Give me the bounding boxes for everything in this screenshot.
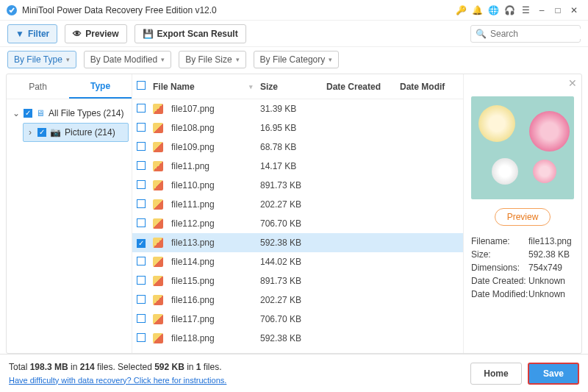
- meta-value: 592.38 KB: [528, 249, 570, 260]
- row-checkbox[interactable]: [137, 314, 146, 323]
- bell-icon[interactable]: 🔔: [469, 2, 485, 18]
- col-date-created[interactable]: Date Created: [326, 82, 400, 92]
- table-row[interactable]: ✓file113.png592.38 KB: [132, 233, 463, 252]
- file-size: 891.73 KB: [260, 180, 326, 190]
- file-name: file115.png: [171, 276, 215, 286]
- file-name: file112.png: [171, 218, 215, 229]
- row-checkbox[interactable]: [137, 276, 146, 285]
- export-button[interactable]: 💾Export Scan Result: [135, 24, 246, 43]
- tree-root[interactable]: ⌄ ✓ 🖥 All File Types (214): [10, 104, 129, 123]
- table-row[interactable]: file118.png592.38 KB: [132, 329, 463, 348]
- col-size[interactable]: Size: [260, 82, 326, 92]
- file-name: file116.png: [171, 295, 215, 305]
- row-checkbox[interactable]: [137, 199, 146, 208]
- row-checkbox[interactable]: [137, 104, 146, 113]
- toolbar: ▼Filter 👁Preview 💾Export Scan Result 🔍: [0, 21, 588, 47]
- monitor-icon: 🖥: [36, 108, 45, 118]
- filter-category[interactable]: By File Category▾: [254, 51, 340, 68]
- search-input[interactable]: [490, 29, 588, 39]
- preview-open-button[interactable]: Preview: [495, 208, 551, 226]
- row-checkbox[interactable]: [137, 257, 146, 266]
- filter-size[interactable]: By File Size▾: [179, 51, 245, 68]
- menu-icon[interactable]: ☰: [517, 2, 534, 18]
- table-row[interactable]: file114.png144.02 KB: [132, 252, 463, 271]
- file-icon: [153, 295, 163, 305]
- file-rows[interactable]: file107.png31.39 KBfile108.png16.95 KBfi…: [132, 99, 463, 353]
- sidebar: Path Type ⌄ ✓ 🖥 All File Types (214) › ✓…: [7, 74, 132, 353]
- table-row[interactable]: file107.png31.39 KB: [132, 99, 463, 118]
- minimize-icon[interactable]: –: [534, 2, 550, 18]
- meta-value: Unknown: [528, 289, 565, 299]
- filter-date[interactable]: By Date Modified▾: [84, 51, 171, 68]
- row-checkbox[interactable]: [137, 161, 146, 170]
- table-row[interactable]: file112.png706.70 KB: [132, 214, 463, 233]
- select-all-checkbox[interactable]: [137, 81, 146, 90]
- help-link[interactable]: Have difficulty with data recovery? Clic…: [9, 376, 226, 385]
- preview-button[interactable]: 👁Preview: [65, 24, 126, 43]
- search-box[interactable]: 🔍: [470, 25, 581, 43]
- row-checkbox[interactable]: [137, 180, 146, 189]
- globe-icon[interactable]: 🌐: [485, 2, 501, 18]
- save-button[interactable]: Save: [528, 363, 579, 385]
- row-checkbox[interactable]: [137, 295, 146, 304]
- home-button[interactable]: Home: [470, 363, 522, 385]
- headset-icon[interactable]: 🎧: [501, 2, 517, 18]
- row-checkbox[interactable]: ✓: [137, 239, 146, 248]
- close-preview-icon[interactable]: ✕: [568, 77, 577, 89]
- file-name: file107.png: [171, 104, 215, 114]
- table-row[interactable]: file111.png202.27 KB: [132, 195, 463, 214]
- file-size: 68.78 KB: [260, 142, 326, 152]
- search-icon: 🔍: [476, 29, 487, 39]
- table-row[interactable]: file117.png706.70 KB: [132, 310, 463, 329]
- picture-icon: 📷: [50, 127, 61, 138]
- meta-key: Date Modified:: [471, 289, 528, 299]
- maximize-icon[interactable]: □: [550, 2, 566, 18]
- table-row[interactable]: file110.png891.73 KB: [132, 176, 463, 195]
- table-row[interactable]: file115.png891.73 KB: [132, 271, 463, 291]
- chevron-down-icon: ▾: [66, 56, 70, 63]
- file-size: 706.70 KB: [260, 218, 326, 229]
- file-name: file113.png: [171, 238, 215, 248]
- funnel-icon: ▼: [15, 29, 24, 39]
- table-row[interactable]: file11.png14.17 KB: [132, 157, 463, 176]
- filter-button[interactable]: ▼Filter: [7, 24, 57, 43]
- file-name: file117.png: [171, 314, 215, 324]
- file-icon: [153, 276, 163, 286]
- file-name: file118.png: [171, 333, 215, 343]
- table-row[interactable]: file116.png202.27 KB: [132, 291, 463, 310]
- file-name: file109.png: [171, 142, 215, 152]
- file-size: 31.39 KB: [260, 104, 326, 114]
- file-icon: [153, 314, 163, 324]
- row-checkbox[interactable]: [137, 123, 146, 132]
- key-icon[interactable]: 🔑: [453, 2, 469, 18]
- titlebar: MiniTool Power Data Recovery Free Editio…: [0, 0, 588, 21]
- file-size: 891.73 KB: [260, 276, 326, 286]
- table-row[interactable]: file108.png16.95 KB: [132, 118, 463, 138]
- file-icon: [153, 161, 163, 171]
- row-checkbox[interactable]: [137, 142, 146, 151]
- tab-path[interactable]: Path: [7, 74, 69, 99]
- file-icon: [153, 104, 163, 114]
- close-icon[interactable]: ✕: [566, 2, 582, 18]
- meta-key: Size:: [471, 249, 528, 260]
- expand-icon[interactable]: ›: [26, 127, 34, 138]
- file-icon: [153, 238, 163, 248]
- export-icon: 💾: [143, 29, 154, 39]
- col-name[interactable]: File Name: [153, 82, 195, 92]
- collapse-icon[interactable]: ⌄: [12, 108, 20, 118]
- meta-key: Date Created:: [471, 276, 528, 286]
- filter-type[interactable]: By File Type▾: [7, 51, 76, 68]
- meta-value: file113.png: [528, 236, 572, 246]
- tree-picture[interactable]: › ✓ 📷 Picture (214): [23, 123, 129, 142]
- row-checkbox[interactable]: [137, 218, 146, 227]
- tab-type[interactable]: Type: [69, 74, 132, 99]
- checkbox[interactable]: ✓: [37, 128, 46, 137]
- row-checkbox[interactable]: [137, 333, 146, 342]
- sort-icon[interactable]: ▾: [249, 83, 253, 90]
- window-title: MiniTool Power Data Recovery Free Editio…: [22, 5, 453, 15]
- file-size: 202.27 KB: [260, 199, 326, 210]
- checkbox[interactable]: ✓: [24, 109, 32, 118]
- col-date-modified[interactable]: Date Modif: [400, 82, 459, 92]
- file-icon: [153, 123, 163, 133]
- table-row[interactable]: file109.png68.78 KB: [132, 138, 463, 157]
